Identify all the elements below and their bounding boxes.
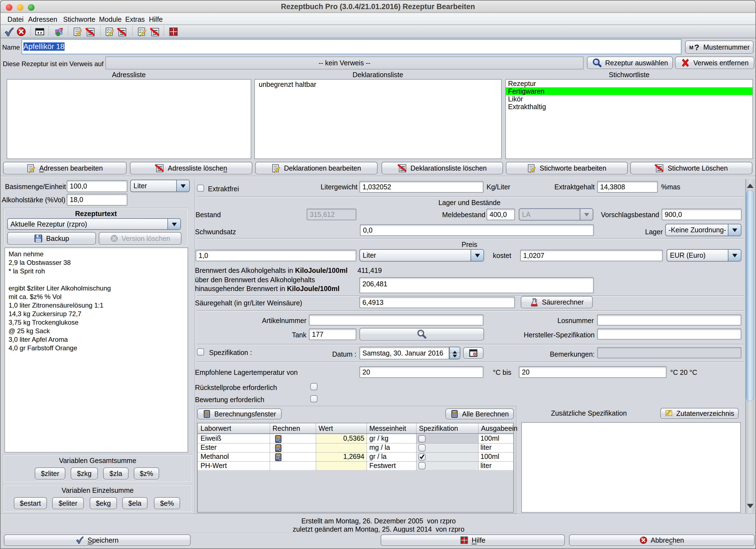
- svg-text:2: 2: [535, 298, 537, 302]
- svg-text:M: M: [689, 45, 693, 50]
- svg-text:?: ?: [694, 43, 699, 52]
- svg-text:?: ?: [60, 27, 63, 33]
